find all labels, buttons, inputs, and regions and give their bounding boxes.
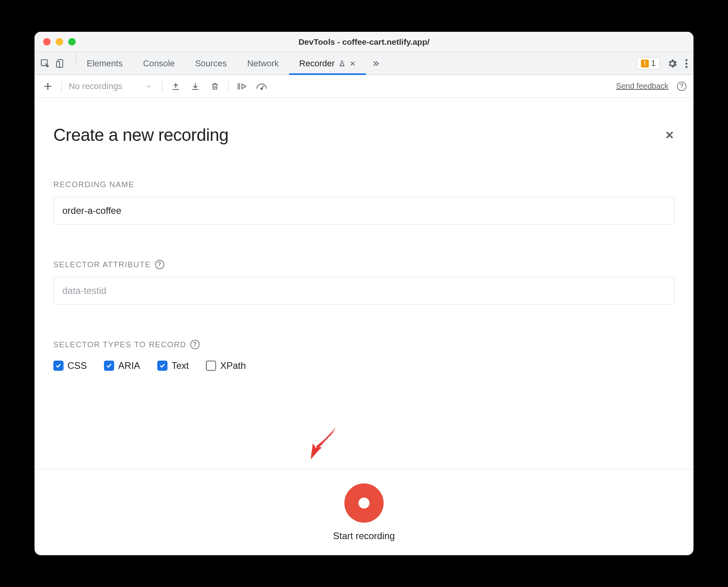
minimize-window-button[interactable] bbox=[56, 38, 63, 46]
replay-icon[interactable] bbox=[236, 80, 248, 93]
more-tabs-icon[interactable] bbox=[366, 52, 386, 75]
inspect-element-icon[interactable] bbox=[40, 58, 50, 69]
divider bbox=[61, 80, 62, 92]
label-text: SELECTOR ATTRIBUTE bbox=[53, 260, 151, 269]
selector-types-group: SELECTOR TYPES TO RECORD ? CSS ARIA Text bbox=[53, 340, 675, 371]
tab-label: Recorder bbox=[299, 58, 335, 69]
checkbox-icon bbox=[206, 361, 216, 371]
tab-console[interactable]: Console bbox=[133, 52, 185, 75]
maximize-window-button[interactable] bbox=[68, 38, 76, 46]
checkbox-icon bbox=[104, 361, 114, 371]
checkbox-xpath[interactable]: XPath bbox=[206, 360, 246, 371]
warning-icon: ! bbox=[641, 60, 649, 67]
svg-point-5 bbox=[685, 66, 687, 67]
close-tab-icon[interactable] bbox=[349, 60, 356, 67]
traffic-lights bbox=[43, 38, 76, 46]
tab-label: Console bbox=[143, 58, 175, 69]
checkbox-icon bbox=[157, 361, 167, 371]
checkbox-aria[interactable]: ARIA bbox=[104, 360, 140, 371]
checkbox-text[interactable]: Text bbox=[157, 360, 189, 371]
tabbar-right-tools: ! 1 bbox=[637, 52, 688, 75]
send-feedback-link[interactable]: Send feedback bbox=[616, 82, 668, 91]
recording-name-group: RECORDING NAME bbox=[53, 180, 675, 224]
start-recording-label: Start recording bbox=[333, 530, 395, 541]
performance-icon[interactable] bbox=[255, 80, 268, 93]
tab-network[interactable]: Network bbox=[237, 52, 289, 75]
checkbox-label: XPath bbox=[220, 360, 246, 371]
tabs: Elements Console Sources Network Recorde… bbox=[76, 52, 386, 75]
help-icon[interactable]: ? bbox=[190, 340, 200, 349]
recorder-toolbar: No recordings Send feedback ? bbox=[35, 75, 693, 98]
window-title: DevTools - coffee-cart.netlify.app/ bbox=[35, 37, 693, 47]
start-recording-button[interactable] bbox=[344, 483, 384, 523]
add-recording-icon[interactable] bbox=[42, 80, 54, 93]
main-content: Create a new recording RECORDING NAME SE… bbox=[35, 98, 693, 469]
tab-label: Network bbox=[247, 58, 279, 69]
delete-icon[interactable] bbox=[209, 80, 221, 93]
selector-attribute-group: SELECTOR ATTRIBUTE ? bbox=[53, 260, 675, 304]
footer: Start recording bbox=[35, 469, 693, 555]
flask-experiment-icon bbox=[339, 60, 346, 67]
close-panel-icon[interactable] bbox=[664, 130, 675, 140]
svg-point-3 bbox=[685, 59, 687, 61]
checkbox-label: Text bbox=[171, 360, 189, 371]
tab-recorder[interactable]: Recorder bbox=[289, 52, 366, 75]
kebab-menu-icon[interactable] bbox=[685, 58, 688, 69]
svg-point-6 bbox=[261, 88, 262, 89]
selector-types-label: SELECTOR TYPES TO RECORD ? bbox=[53, 340, 675, 349]
page-title: Create a new recording bbox=[53, 125, 228, 145]
checkbox-icon bbox=[53, 361, 64, 371]
help-icon[interactable]: ? bbox=[677, 82, 686, 91]
checkbox-label: ARIA bbox=[118, 360, 140, 371]
tab-elements[interactable]: Elements bbox=[76, 52, 133, 75]
titlebar: DevTools - coffee-cart.netlify.app/ bbox=[35, 32, 693, 52]
recordings-dropdown[interactable]: No recordings bbox=[69, 81, 155, 91]
tab-bar: Elements Console Sources Network Recorde… bbox=[35, 52, 693, 75]
issues-count: 1 bbox=[651, 59, 655, 68]
divider bbox=[162, 80, 162, 92]
label-text: SELECTOR TYPES TO RECORD bbox=[53, 340, 186, 349]
svg-rect-2 bbox=[56, 62, 60, 67]
settings-icon[interactable] bbox=[667, 58, 678, 69]
devtools-window: DevTools - coffee-cart.netlify.app/ Elem… bbox=[35, 32, 693, 555]
checkbox-css[interactable]: CSS bbox=[53, 360, 87, 371]
checkbox-label: CSS bbox=[67, 360, 87, 371]
selector-type-checkboxes: CSS ARIA Text XPath bbox=[53, 360, 675, 371]
selector-attribute-label: SELECTOR ATTRIBUTE ? bbox=[53, 260, 675, 269]
tab-label: Elements bbox=[87, 58, 123, 69]
divider bbox=[228, 80, 229, 92]
export-icon[interactable] bbox=[189, 80, 202, 93]
close-window-button[interactable] bbox=[43, 38, 51, 46]
tab-sources[interactable]: Sources bbox=[185, 52, 237, 75]
device-toggle-icon[interactable] bbox=[56, 58, 65, 69]
tab-label: Sources bbox=[195, 58, 227, 69]
record-dot-icon bbox=[359, 498, 369, 509]
chevron-down-icon bbox=[146, 83, 152, 89]
selector-attribute-input[interactable] bbox=[53, 277, 675, 304]
arrow-annotation-icon bbox=[305, 423, 340, 463]
recording-name-label: RECORDING NAME bbox=[53, 180, 675, 189]
import-icon[interactable] bbox=[169, 80, 182, 93]
issues-badge[interactable]: ! 1 bbox=[637, 57, 660, 69]
tabbar-left-tools bbox=[40, 52, 65, 75]
dropdown-label: No recordings bbox=[69, 81, 122, 91]
help-icon[interactable]: ? bbox=[155, 260, 164, 269]
svg-point-4 bbox=[685, 62, 687, 64]
recording-name-input[interactable] bbox=[53, 197, 675, 224]
